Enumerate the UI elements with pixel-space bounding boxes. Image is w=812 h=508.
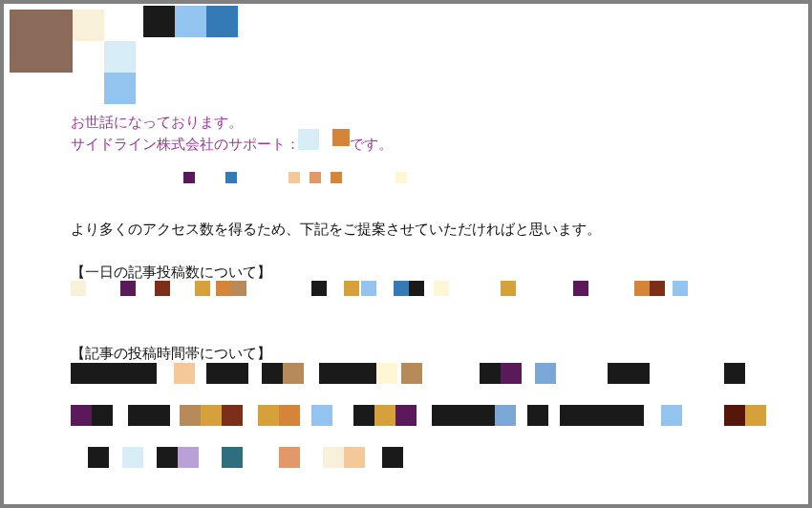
redact-block [650, 281, 665, 296]
redact-block [283, 363, 304, 384]
deco-dot [288, 172, 300, 183]
deco-block [206, 6, 238, 37]
deco-dot [225, 172, 237, 183]
redact-block [258, 405, 279, 426]
deco-block [73, 10, 104, 41]
redact-block [401, 363, 422, 384]
section1-title: 【一日の記事投稿数について】 [71, 262, 271, 282]
redact-block [262, 363, 283, 384]
redact-block [157, 447, 178, 468]
intro-text: より多くのアクセス数を得るため、下記をご提案させていただければと思います。 [71, 219, 601, 239]
deco-block [10, 41, 41, 73]
deco-dot [310, 172, 321, 183]
redact-block [279, 447, 300, 468]
redact-block [344, 447, 365, 468]
redact-block [434, 281, 449, 296]
redact-block [279, 405, 300, 426]
redact-block [122, 447, 143, 468]
deco-block [41, 41, 73, 73]
deco-dot [395, 172, 407, 183]
redact-block [353, 405, 374, 426]
redact-block [92, 405, 113, 426]
redact-block [178, 447, 199, 468]
redact-block [206, 363, 248, 384]
page-canvas: お世話になっております。 サイドライン株式会社のサポート： です。 より多くのア… [4, 4, 808, 504]
redact-block [180, 405, 201, 426]
redact-block [382, 447, 403, 468]
deco-block [41, 10, 73, 41]
redact-block [608, 363, 650, 384]
deco-dot [183, 172, 195, 183]
redact-block [344, 281, 359, 296]
deco-block [143, 6, 175, 37]
deco-block [10, 10, 41, 41]
redact-block [120, 281, 136, 296]
redact-block [222, 405, 243, 426]
redact-block [395, 405, 417, 426]
deco-dot [331, 172, 342, 183]
redact-block [298, 129, 319, 150]
redact-block [374, 405, 395, 426]
redact-block [501, 281, 516, 296]
redact-block [527, 405, 548, 426]
redact-block [174, 363, 195, 384]
redact-block [311, 281, 327, 296]
deco-block [175, 6, 206, 37]
redact-block [573, 281, 588, 296]
redact-block [222, 447, 243, 468]
redact-block [361, 281, 376, 296]
redact-block [88, 447, 109, 468]
greeting-line1: お世話になっております。 [71, 112, 243, 132]
section2-title: 【記事の投稿時間帯について】 [71, 343, 271, 363]
deco-block [104, 41, 136, 73]
redact-block [323, 447, 344, 468]
deco-block [73, 41, 104, 73]
redact-block [394, 281, 409, 296]
redact-block [201, 405, 222, 426]
redact-block [480, 363, 501, 384]
redact-block [724, 405, 745, 426]
redact-block [128, 405, 170, 426]
deco-block [104, 73, 136, 104]
redact-block [560, 405, 644, 426]
redact-block [432, 405, 495, 426]
redact-block [376, 363, 397, 384]
redact-block [495, 405, 516, 426]
redact-block [319, 363, 376, 384]
redact-block [673, 281, 688, 296]
redact-block [231, 281, 246, 296]
redact-block [332, 129, 350, 146]
redact-block [745, 405, 766, 426]
redact-block [634, 281, 650, 296]
redact-block [195, 281, 210, 296]
redact-block [409, 281, 424, 296]
redact-block [155, 281, 170, 296]
redact-block [71, 281, 86, 296]
redact-block [661, 405, 682, 426]
redact-block [71, 405, 92, 426]
greeting-line2-prefix: サイドライン株式会社のサポート： [71, 134, 300, 154]
redact-block [501, 363, 522, 384]
redact-block [724, 363, 745, 384]
greeting-line2-suffix: です。 [350, 134, 393, 154]
redact-block [311, 405, 332, 426]
redact-block [71, 363, 157, 384]
redact-block [535, 363, 556, 384]
redact-block [216, 281, 231, 296]
